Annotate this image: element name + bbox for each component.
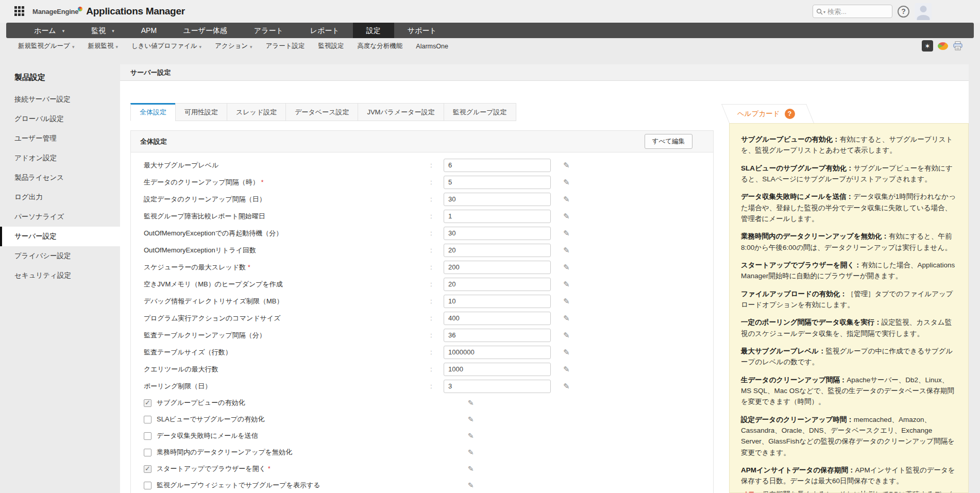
checkbox[interactable] (144, 465, 151, 473)
edit-pencil-icon[interactable]: ✎ (468, 399, 474, 407)
edit-pencil-icon[interactable]: ✎ (563, 178, 570, 187)
question-badge-icon[interactable]: ? (785, 109, 795, 119)
help-card-title: ヘルプカード (737, 109, 780, 118)
search-box[interactable]: ▾ (813, 5, 892, 18)
subnav-alert-settings[interactable]: アラート設定 (259, 42, 312, 50)
apps-grid-icon[interactable] (14, 6, 25, 16)
edit-pencil-icon[interactable]: ✎ (563, 195, 570, 204)
tab-global-settings[interactable]: 全体設定 (130, 103, 176, 121)
edit-pencil-icon[interactable]: ✎ (563, 263, 570, 272)
search-scope-caret-icon[interactable]: ▾ (823, 10, 825, 14)
edit-pencil-icon[interactable]: ✎ (563, 365, 570, 374)
field-value-input[interactable] (444, 380, 551, 393)
field-value-input[interactable] (444, 312, 551, 325)
tab-availability-settings[interactable]: 可用性設定 (175, 103, 227, 121)
subnav-new-monitor-group[interactable]: 新規監視グループ▾ (11, 42, 81, 50)
checkbox[interactable] (144, 432, 151, 440)
field-value-input[interactable] (444, 244, 551, 257)
edit-pencil-icon[interactable]: ✎ (468, 481, 474, 489)
field-value-input[interactable] (444, 295, 551, 308)
checkbox[interactable] (144, 482, 151, 489)
nav-reports[interactable]: レポート (297, 23, 353, 38)
sidebar-item-connected-server-settings[interactable]: 接続サーバー設定 (0, 90, 126, 109)
edit-pencil-icon[interactable]: ✎ (563, 348, 570, 357)
nav-apm[interactable]: APM (128, 23, 170, 38)
edit-all-button[interactable]: すべて編集 (645, 134, 692, 149)
field-value-input[interactable] (444, 346, 551, 359)
field-value-input[interactable] (444, 210, 551, 223)
sidebar-item-personalize[interactable]: パーソナライズ (0, 207, 126, 227)
subnav-advanced-analytics[interactable]: 高度な分析機能 (351, 42, 410, 50)
subnav-new-monitor[interactable]: 新規監視▾ (81, 42, 125, 50)
nav-home[interactable]: ホーム▾ (21, 23, 78, 38)
subnav-monitor-settings[interactable]: 監視設定 (312, 42, 351, 50)
subnav-actions[interactable]: アクション▾ (208, 42, 259, 50)
pie-chart-icon[interactable] (938, 42, 948, 50)
edit-pencil-icon[interactable]: ✎ (563, 212, 570, 221)
field-value-input[interactable] (444, 193, 551, 206)
edit-pencil-icon[interactable]: ✎ (468, 448, 474, 456)
checkbox-row: SLAビューでサブグループの有効化 ✎ (131, 411, 713, 428)
field-value-input[interactable] (444, 176, 551, 189)
subnav-threshold-profile[interactable]: しきい値プロファイル▾ (125, 42, 208, 50)
aperture-icon[interactable]: ✶ (922, 40, 933, 52)
field-value-input[interactable] (444, 159, 551, 172)
edit-pencil-icon[interactable]: ✎ (563, 382, 570, 391)
sidebar-item-addon-settings[interactable]: アドオン設定 (0, 148, 126, 168)
field-value-input[interactable] (444, 227, 551, 240)
checkbox[interactable] (144, 416, 151, 423)
edit-pencil-icon[interactable]: ✎ (563, 314, 570, 323)
help-entry: 最大サブグループレベル：監視グループの中に作成できるサブグループのレベルの数です… (741, 346, 957, 368)
sidebar-item-log-output[interactable]: ログ出力 (0, 188, 126, 207)
tab-jvm-parameter-settings[interactable]: JVMパラメーター設定 (358, 103, 444, 121)
printer-icon[interactable] (953, 41, 963, 50)
topbar-right-cluster: ▾ ? (813, 0, 932, 23)
nav-support[interactable]: サポート (394, 23, 450, 38)
tab-monitor-group-settings[interactable]: 監視グループ設定 (444, 103, 516, 121)
edit-pencil-icon[interactable]: ✎ (468, 415, 474, 423)
sidebar-item-privacy-settings[interactable]: プライバシー設定 (0, 246, 126, 266)
sidebar-item-user-management[interactable]: ユーザー管理 (0, 129, 126, 148)
help-entry: 生データのクリーンアップ間隔：Apacheサーバー、Db2、Linux、MS S… (741, 375, 957, 407)
edit-pencil-icon[interactable]: ✎ (468, 432, 474, 440)
nav-user-experience[interactable]: ユーザー体感 (170, 23, 241, 38)
edit-pencil-icon[interactable]: ✎ (563, 161, 570, 170)
sidebar-item-security-settings[interactable]: セキュリティ設定 (0, 266, 126, 285)
edit-pencil-icon[interactable]: ✎ (468, 465, 474, 473)
sidebar-item-global-settings[interactable]: グローバル設定 (0, 109, 126, 129)
checkbox-row: スタートアップでブラウザーを開く* ✎ (131, 461, 713, 477)
edit-pencil-icon[interactable]: ✎ (563, 331, 570, 340)
field-value-input[interactable] (444, 329, 551, 342)
subnav-alarmsone[interactable]: AlarmsOne (409, 43, 455, 50)
sidebar-title: 製品設定 (14, 73, 126, 82)
field-row: プログラム実行アクションのコマンドサイズ : ✎ (131, 310, 713, 327)
edit-pencil-icon[interactable]: ✎ (563, 297, 570, 306)
field-row: OutOfMemoryExceptionリトライ回数 : ✎ (131, 242, 713, 259)
user-avatar[interactable] (915, 3, 932, 20)
sub-nav: 新規監視グループ▾ 新規監視▾ しきい値プロファイル▾ アクション▾ アラート設… (0, 38, 980, 54)
field-value-input[interactable] (444, 278, 551, 291)
nav-alerts[interactable]: アラート (241, 23, 297, 38)
edit-pencil-icon[interactable]: ✎ (563, 229, 570, 238)
edit-pencil-icon[interactable]: ✎ (563, 280, 570, 289)
caret-down-icon: ▾ (72, 44, 75, 49)
tab-thread-settings[interactable]: スレッド設定 (227, 103, 286, 121)
checkbox[interactable] (144, 399, 151, 407)
field-value-input[interactable] (444, 261, 551, 274)
sidebar-item-server-settings[interactable]: サーバー設定 (0, 227, 126, 246)
nav-monitor[interactable]: 監視▾ (78, 23, 128, 38)
help-entry: ファイルアップロードの有効化：［管理］タブでのファイルアップロードオプションを有… (741, 288, 957, 311)
tab-database-settings[interactable]: データベース設定 (285, 103, 358, 121)
nav-settings[interactable]: 設定 (353, 23, 394, 38)
field-label: 生データのクリーンアップ間隔（時） (144, 178, 259, 186)
field-label: プログラム実行アクションのコマンドサイズ (144, 314, 280, 322)
edit-pencil-icon[interactable]: ✎ (563, 246, 570, 255)
checkbox-row: サブグループビューの有効化 ✎ (131, 395, 713, 411)
help-entry: SLAビューのサブグループ有効化：サブグループビューを有効にすると、SLAページ… (741, 163, 957, 185)
help-icon[interactable]: ? (898, 6, 909, 18)
checkbox[interactable] (144, 449, 151, 456)
sidebar-item-product-license[interactable]: 製品ライセンス (0, 168, 126, 188)
search-input[interactable] (827, 8, 879, 15)
colon: : (430, 280, 444, 288)
field-value-input[interactable] (444, 363, 551, 376)
